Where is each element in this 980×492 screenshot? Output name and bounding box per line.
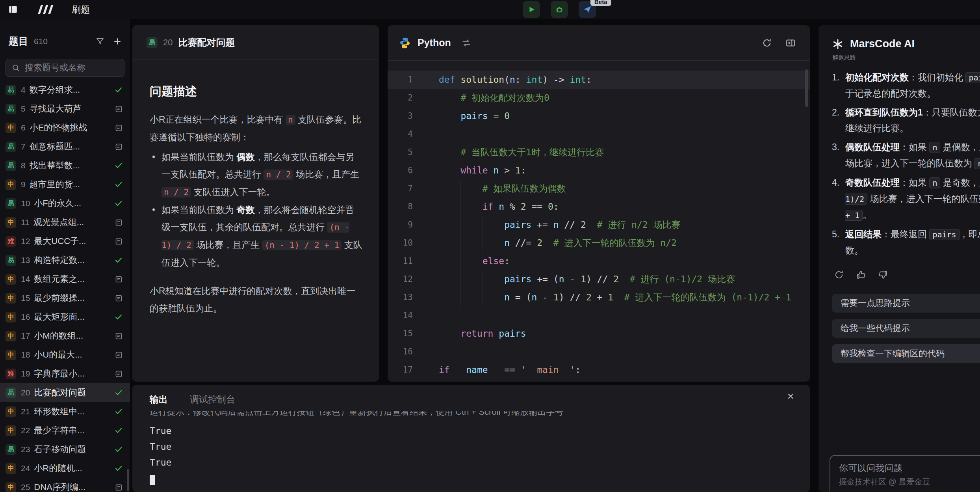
problem-number: 6 xyxy=(21,123,26,132)
difficulty-badge: 中 xyxy=(6,406,16,417)
problems-title: 题目 xyxy=(9,35,28,48)
editor-scrollbar[interactable] xyxy=(805,69,808,107)
suggestion-button[interactable]: 帮我检查一下编辑区的代码 xyxy=(832,344,980,363)
code-line[interactable]: 10n //= 2 # 进入下一轮的队伍数为 n/2 xyxy=(388,234,810,252)
problem-name: 最大矩形面... xyxy=(34,311,110,323)
code-line[interactable]: 15return pairs xyxy=(388,324,810,343)
step-number: 4. xyxy=(832,175,845,223)
problem-list-item[interactable]: 中24小R的随机... xyxy=(0,459,130,478)
problem-list-item[interactable]: 易20比赛配对问题 xyxy=(0,383,130,402)
problem-list-item[interactable]: 易13构造特定数... xyxy=(0,251,130,270)
code-line[interactable]: 3pairs = 0 xyxy=(388,107,810,125)
code-line[interactable]: 6while n > 1: xyxy=(388,161,810,179)
language-label[interactable]: Python xyxy=(418,37,451,48)
problem-number: 12 xyxy=(21,237,30,246)
code-line[interactable]: 2# 初始化配对次数为0 xyxy=(388,89,810,107)
beta-badge: Beta xyxy=(590,0,611,6)
run-button[interactable] xyxy=(523,1,540,18)
step-text: 返回结果：最终返回 pairs，即总的配对次数。 xyxy=(845,226,980,258)
problem-list-item[interactable]: 中25DNA序列编... xyxy=(0,478,130,492)
difficulty-badge: 易 xyxy=(6,104,16,114)
search-input[interactable] xyxy=(24,62,119,73)
problem-number: 17 xyxy=(21,331,30,341)
code-line[interactable]: 12pairs += (n - 1) // 2 # 进行 (n-1)/2 场比赛 xyxy=(388,270,810,288)
suggestion-list: 需要一点思路提示给我一些代码提示帮我检查一下编辑区的代码 xyxy=(819,282,980,363)
regenerate-icon[interactable] xyxy=(832,268,846,282)
code-line[interactable]: 17if __name__ == '__main__': xyxy=(388,361,810,379)
problem-list-item[interactable]: 中18小U的最大... xyxy=(0,345,130,364)
step-number: 1. xyxy=(832,69,845,101)
line-number: 5 xyxy=(388,143,413,161)
chat-input[interactable]: 你可以问我问题 掘金技术社区 @ 最爱金豆 xyxy=(830,455,980,492)
thumbs-down-icon[interactable] xyxy=(876,268,890,282)
sidebar-toggle-icon[interactable] xyxy=(8,4,18,15)
code-line[interactable]: 13n = (n - 1) // 2 + 1 # 进入下一轮的队伍数为 (n-1… xyxy=(388,288,810,306)
problem-name: 字典序最小... xyxy=(34,368,110,380)
line-number: 7 xyxy=(388,179,413,198)
problem-list-item[interactable]: 中6小E的怪物挑战 xyxy=(0,118,130,137)
output-cursor xyxy=(150,475,155,485)
step-text: 奇数队伍处理：如果 n 是奇数，则进行 (n-1)/2 场比赛，进入下一轮的队伍… xyxy=(845,175,980,223)
problem-list-item[interactable]: 中15最少前缀操... xyxy=(0,289,130,308)
problem-number: 11 xyxy=(21,218,30,227)
problem-list-item[interactable]: 易4数字分组求... xyxy=(0,80,130,99)
problem-list-item[interactable]: 中9超市里的货... xyxy=(0,175,130,194)
problem-number: 10 xyxy=(21,199,30,208)
problem-list-item[interactable]: 难12最大UCC子... xyxy=(0,232,130,251)
problem-list-item[interactable]: 难19字典序最小... xyxy=(0,364,130,383)
tab-output[interactable]: 输出 xyxy=(150,393,168,406)
problem-list-item[interactable]: 中22最少字符串... xyxy=(0,421,130,440)
suggestion-button[interactable]: 给我一些代码提示 xyxy=(832,319,980,338)
problem-list-item[interactable]: 中17小M的数组... xyxy=(0,326,130,345)
code-line[interactable]: 11else: xyxy=(388,252,810,270)
suggestion-button[interactable]: 需要一点思路提示 xyxy=(832,294,980,313)
code-line[interactable]: 16 xyxy=(388,343,810,361)
problem-list-item[interactable]: 易7创意标题匹... xyxy=(0,137,130,156)
sidebar-scrollbar[interactable] xyxy=(127,469,129,491)
problem-list-item[interactable]: 中14数组元素之... xyxy=(0,270,130,289)
note-icon xyxy=(113,332,124,340)
code-line[interactable]: 1def solution(n: int) -> int: xyxy=(388,71,810,89)
difficulty-badge: 中 xyxy=(6,293,16,304)
filter-icon[interactable] xyxy=(95,37,105,46)
problem-panel: 易 20 比赛配对问题 问题描述 小R正在组织一个比赛，比赛中有 n 支队伍参赛… xyxy=(132,25,379,382)
problem-list-item[interactable]: 中16最大矩形面... xyxy=(0,308,130,326)
problem-list-item[interactable]: 易23石子移动问题 xyxy=(0,440,130,459)
tab-debug-console[interactable]: 调试控制台 xyxy=(190,393,235,406)
add-problem-icon[interactable] xyxy=(113,37,122,46)
assistant-title: MarsCode AI xyxy=(850,38,915,50)
problem-list-item[interactable]: 易10小F的永久... xyxy=(0,194,130,213)
code-editor[interactable]: 1def solution(n: int) -> int:2# 初始化配对次数为… xyxy=(388,61,810,382)
problem-list-item[interactable]: 易5寻找最大葫芦 xyxy=(0,99,130,118)
assistant-step: 5.返回结果：最终返回 pairs，即总的配对次数。 xyxy=(832,226,980,258)
problem-list-item[interactable]: 中21环形数组中... xyxy=(0,402,130,421)
code-line[interactable]: 7# 如果队伍数为偶数 xyxy=(388,179,810,198)
line-number: 18 xyxy=(388,379,413,382)
output-tabs: 输出 调试控制台 × xyxy=(132,385,810,406)
search-box[interactable] xyxy=(6,59,124,77)
search-icon xyxy=(11,63,20,72)
note-icon xyxy=(113,218,124,227)
code-line[interactable]: 18print(solution(7) == 6) xyxy=(388,379,810,382)
code-line[interactable]: 4 xyxy=(388,125,810,143)
code-line[interactable]: 5# 当队伍数大于1时，继续进行比赛 xyxy=(388,143,810,161)
swap-language-icon[interactable] xyxy=(461,38,471,48)
inline-code: n / 2 xyxy=(264,170,293,180)
reset-code-icon[interactable] xyxy=(762,38,772,48)
problem-name: 数字分组求... xyxy=(30,84,110,96)
app-title[interactable]: 刷题 xyxy=(72,4,90,16)
problem-list-item[interactable]: 易8找出整型数... xyxy=(0,156,130,175)
problem-title: 比赛配对问题 xyxy=(178,36,235,49)
layout-icon[interactable] xyxy=(785,38,796,48)
close-icon[interactable]: × xyxy=(787,390,794,402)
check-icon xyxy=(113,86,124,94)
problem-list-item[interactable]: 中11观光景点组... xyxy=(0,213,130,232)
code-line[interactable]: 9pairs += n // 2 # 进行 n/2 场比赛 xyxy=(388,216,810,234)
debug-button[interactable] xyxy=(551,1,568,18)
code-line[interactable]: 14 xyxy=(388,306,810,324)
code-line[interactable]: 8if n % 2 == 0: xyxy=(388,198,810,216)
assistant-header: MarsCode AI xyxy=(819,25,980,50)
thumbs-up-icon[interactable] xyxy=(854,268,868,282)
problem-number: 9 xyxy=(21,180,26,189)
line-number: 8 xyxy=(388,198,413,216)
